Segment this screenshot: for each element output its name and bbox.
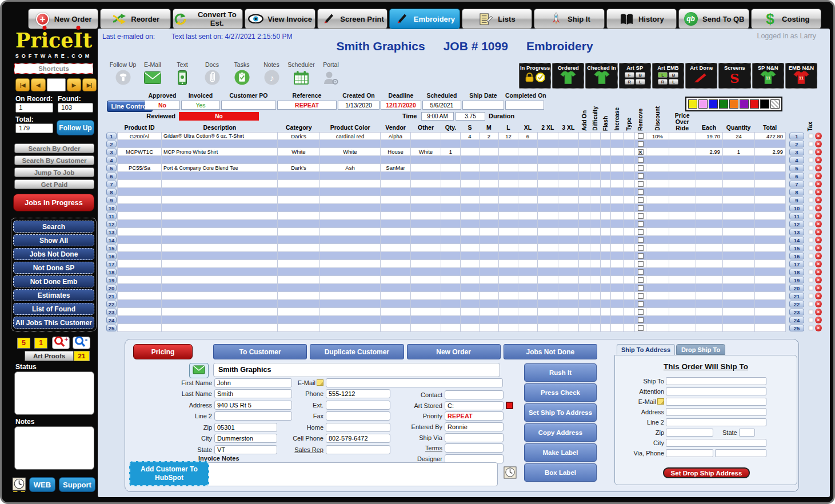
cell-s[interactable]: 4 xyxy=(461,132,480,140)
tax-checkbox[interactable] xyxy=(809,318,813,322)
cell-xxxl[interactable] xyxy=(558,164,579,172)
cell-other[interactable] xyxy=(411,284,441,292)
cell-product_id[interactable] xyxy=(117,140,162,148)
cell-qty[interactable] xyxy=(441,300,461,308)
cell-s[interactable] xyxy=(461,172,480,180)
toolbar-button[interactable]: Ship It xyxy=(534,9,604,29)
cell-l[interactable] xyxy=(499,260,518,268)
row-number[interactable]: 25 xyxy=(789,325,804,331)
cell-discount[interactable] xyxy=(646,188,669,196)
cell-product_color[interactable] xyxy=(320,180,381,188)
cell-xl[interactable] xyxy=(518,236,538,244)
cell-xl[interactable] xyxy=(518,172,538,180)
cell-m[interactable] xyxy=(480,260,499,268)
cell-m[interactable] xyxy=(480,324,499,332)
cell-quantity[interactable] xyxy=(723,276,755,284)
cell-xl[interactable] xyxy=(518,308,538,316)
tax-checkbox[interactable] xyxy=(809,190,813,194)
cell-product_id[interactable] xyxy=(117,212,162,220)
row-number[interactable]: 10 xyxy=(106,205,117,211)
found-value[interactable]: 103 xyxy=(58,103,93,113)
delete-row-icon[interactable]: × xyxy=(815,197,822,203)
cell-vendor[interactable]: House xyxy=(381,148,411,156)
cell-s[interactable] xyxy=(461,252,480,260)
shortcuts-button[interactable]: Shortcuts xyxy=(14,63,93,74)
support-button[interactable]: Support xyxy=(59,477,95,492)
cell-flash[interactable] xyxy=(601,156,611,164)
art-proofs-button[interactable]: Art Proofs xyxy=(25,351,74,361)
cell-vendor[interactable] xyxy=(381,212,411,220)
notes-box[interactable] xyxy=(14,426,94,470)
toolbar-button[interactable]: Embroidery xyxy=(389,9,460,29)
delete-row-icon[interactable]: × xyxy=(815,293,822,299)
cell-description[interactable] xyxy=(162,276,278,284)
row-number[interactable]: 1 xyxy=(106,133,117,139)
status-box[interactable] xyxy=(14,371,94,415)
cell-discount[interactable] xyxy=(646,196,669,204)
cell-price_override[interactable] xyxy=(669,132,696,140)
row-number[interactable]: 8 xyxy=(789,189,804,195)
cell-increase[interactable] xyxy=(611,132,624,140)
cell-increase[interactable] xyxy=(611,324,624,332)
quick-icon-item[interactable]: Docs xyxy=(197,61,227,86)
cell-category[interactable]: White xyxy=(278,148,320,156)
ship-email-input[interactable] xyxy=(666,398,766,406)
cell-category[interactable] xyxy=(278,220,320,228)
type-remove-checkbox[interactable] xyxy=(638,293,644,299)
cell-other[interactable] xyxy=(411,300,441,308)
cell-discount[interactable]: 10% xyxy=(646,132,669,140)
customer-tab-button[interactable]: New Order xyxy=(407,344,501,359)
cell-other[interactable] xyxy=(411,252,441,260)
cell-add_on[interactable] xyxy=(579,212,590,220)
row-number[interactable]: 20 xyxy=(106,285,117,291)
cell-s[interactable] xyxy=(461,164,480,172)
cell-product_color[interactable] xyxy=(320,324,381,332)
cell-product_id[interactable] xyxy=(117,188,162,196)
cell-product_id[interactable] xyxy=(117,300,162,308)
cell-xxl[interactable] xyxy=(538,156,558,164)
row-number[interactable]: 24 xyxy=(106,317,117,323)
art-side-button[interactable]: L xyxy=(658,72,668,78)
cell-xxl[interactable] xyxy=(538,228,558,236)
cell-description[interactable] xyxy=(162,268,278,276)
cell-description[interactable] xyxy=(162,180,278,188)
cell-total[interactable] xyxy=(755,140,786,148)
first-record-button[interactable]: |◀ xyxy=(15,78,30,91)
cell-each[interactable] xyxy=(696,236,723,244)
cell-xxxl[interactable] xyxy=(558,244,579,252)
cell-xxxl[interactable] xyxy=(558,260,579,268)
type-remove-checkbox[interactable] xyxy=(638,205,644,211)
cell-m[interactable] xyxy=(480,148,499,156)
cell-m[interactable] xyxy=(480,276,499,284)
cell-difficulty[interactable] xyxy=(590,204,601,212)
cell-difficulty[interactable] xyxy=(590,180,601,188)
cell-discount[interactable] xyxy=(646,284,669,292)
sidebar-silver-button[interactable]: Get Paid xyxy=(14,179,94,189)
cell-each[interactable] xyxy=(696,228,723,236)
cell-type[interactable] xyxy=(624,276,635,284)
cell-s[interactable] xyxy=(461,316,480,324)
cell-add_on[interactable] xyxy=(579,324,590,332)
cell-flash[interactable] xyxy=(601,164,611,172)
cell-discount[interactable] xyxy=(646,156,669,164)
cell-other[interactable] xyxy=(411,244,441,252)
tax-checkbox[interactable] xyxy=(809,270,813,274)
cell-vendor[interactable] xyxy=(381,180,411,188)
cell-total[interactable] xyxy=(755,180,786,188)
row-number[interactable]: 11 xyxy=(789,213,804,219)
cell-category[interactable] xyxy=(278,156,320,164)
cell-each[interactable] xyxy=(696,196,723,204)
tax-checkbox[interactable] xyxy=(809,302,813,306)
cell-product_id[interactable] xyxy=(117,156,162,164)
row-number[interactable]: 3 xyxy=(789,149,804,155)
cell-product_id[interactable] xyxy=(117,228,162,236)
cell-total[interactable] xyxy=(755,316,786,324)
tax-checkbox[interactable] xyxy=(809,158,813,162)
cell-qty[interactable] xyxy=(441,212,461,220)
cell-product_color[interactable]: White xyxy=(320,148,381,156)
note-icon[interactable] xyxy=(317,379,323,386)
cell-qty[interactable] xyxy=(441,292,461,300)
cell-qty[interactable] xyxy=(441,188,461,196)
cell-each[interactable] xyxy=(696,276,723,284)
customer-tab-button[interactable]: Jobs Not Done xyxy=(504,344,597,359)
